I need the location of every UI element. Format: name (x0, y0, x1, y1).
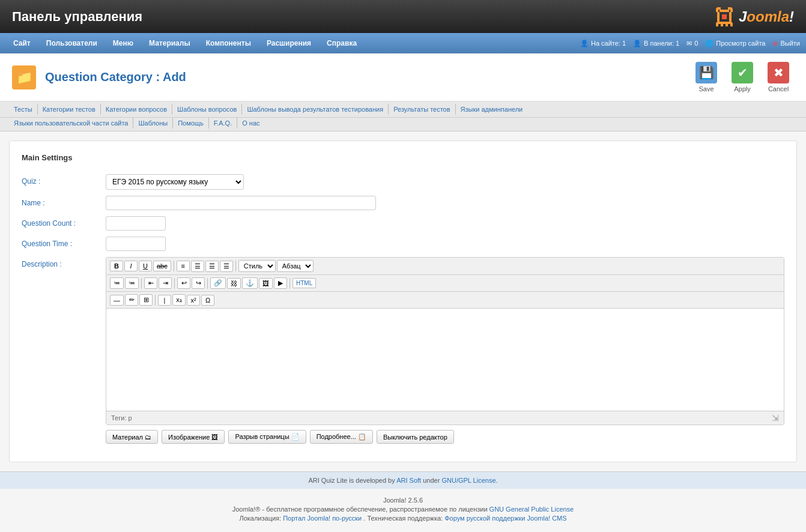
omega-button[interactable]: Ω (201, 295, 214, 306)
draw-button[interactable]: ✏ (125, 294, 138, 306)
undo-button[interactable]: ↩ (177, 277, 190, 289)
unlink-button[interactable]: ⛓ (227, 278, 241, 289)
editor-body[interactable] (106, 309, 784, 411)
subnav-help[interactable]: Помощь (173, 118, 209, 128)
quiz-row: Quiz : ЕГЭ 2015 по русскому языку (22, 174, 784, 190)
view-site-link[interactable]: 🌐 Просмотр сайта (705, 40, 765, 47)
page-icon: 📁 (12, 65, 36, 89)
media-button[interactable]: ▶ (274, 277, 287, 289)
subnav-result-templates[interactable]: Шаблоны вывода результатов тестирования (242, 104, 389, 115)
editor-toolbar-row1: B I U abc ≡ ☰ ☰ ☰ Стиль (106, 258, 784, 275)
disable-editor-button[interactable]: Выключить редактор (377, 430, 454, 444)
question-count-input[interactable] (106, 216, 166, 231)
subnav-test-results[interactable]: Результаты тестов (389, 104, 455, 115)
save-button[interactable]: 💾 Save (691, 59, 722, 95)
superscript-button[interactable]: x² (187, 295, 200, 306)
subnav-faq[interactable]: F.A.Q. (209, 118, 238, 128)
subnav-question-templates[interactable]: Шаблоны вопросов (172, 104, 242, 115)
portal-link[interactable]: Портал Joomla! по-русски (283, 515, 362, 522)
link-button[interactable]: 🔗 (210, 277, 226, 289)
indent-button[interactable]: ⇥ (159, 277, 172, 289)
question-count-field (106, 216, 784, 231)
plugin-under: under (423, 477, 440, 484)
subscript-button[interactable]: x₂ (172, 294, 186, 306)
image-button[interactable]: 🖼 (259, 278, 273, 289)
anchor-button[interactable]: ⚓ (242, 277, 258, 289)
align-center-button[interactable]: ☰ (191, 261, 204, 272)
image-action-button[interactable]: Изображение 🖼 (162, 430, 225, 444)
panel-count: 👤 В панели: 1 (633, 40, 679, 47)
bold-button[interactable]: B (110, 261, 123, 271)
subnav-row2: Языки пользовательской части сайта Шабло… (0, 118, 806, 131)
italic-button[interactable]: I (124, 261, 138, 271)
cancel-button[interactable]: ✖ Cancel (763, 59, 794, 95)
ul-button[interactable]: ≔ (110, 277, 124, 289)
joomla-license-line: Joomla!® - бесплатное программное обеспе… (6, 506, 800, 513)
subnav-user-languages[interactable]: Языки пользовательской части сайта (9, 118, 133, 128)
outdent-button[interactable]: ⇤ (144, 277, 157, 289)
sep3 (141, 278, 142, 289)
subnav-admin-languages[interactable]: Языки админпанели (456, 104, 528, 115)
description-row: Description : B I U abc ≡ ☰ ☰ ☰ (22, 257, 784, 444)
cancel-icon: ✖ (768, 62, 789, 83)
gpl-link[interactable]: GNU General Public License (489, 506, 574, 513)
messages-count: ✉ 0 (686, 40, 698, 47)
sep2 (235, 261, 236, 271)
html-button[interactable]: HTML (292, 278, 316, 288)
nav-menu[interactable]: Меню (106, 35, 141, 51)
editor-tags: Теги: p (111, 414, 132, 422)
align-justify-button[interactable]: ☰ (220, 261, 233, 272)
nav-links: Сайт Пользователи Меню Материалы Компоне… (6, 35, 364, 51)
header-title: Панель управления (12, 9, 142, 25)
plugin-author-link[interactable]: ARI Soft (396, 477, 421, 484)
hr-button[interactable]: — (110, 295, 124, 306)
resize-handle[interactable]: ⇲ (772, 413, 779, 423)
subnav-question-categories[interactable]: Категории вопросов (101, 104, 172, 115)
nav-materials[interactable]: Материалы (142, 35, 198, 51)
subnav-test-categories[interactable]: Категории тестов (38, 104, 101, 115)
nav-components[interactable]: Компоненты (199, 35, 258, 51)
material-button[interactable]: Материал 🗂 (106, 430, 158, 444)
nav-help[interactable]: Справка (320, 35, 364, 51)
style-select[interactable]: Стиль (238, 260, 276, 272)
editor-toolbar-row3: — ✏ ⊞ | x₂ x² Ω (106, 292, 784, 309)
nav-site[interactable]: Сайт (6, 35, 38, 51)
subnav-about[interactable]: О нас (237, 118, 264, 128)
page-break-button[interactable]: Разрыв страницы 📄 (228, 430, 306, 444)
view-site-icon: 🌐 (705, 40, 714, 47)
table-button[interactable]: ⊞ (139, 294, 153, 306)
save-icon: 💾 (695, 62, 717, 83)
footer-joomla: Joomla! 2.5.6 Joomla!® - бесплатное прог… (0, 489, 806, 530)
align-right-button[interactable]: ☰ (205, 261, 219, 272)
subnav-tests[interactable]: Тесты (9, 104, 38, 115)
pipe-button[interactable]: | (158, 295, 171, 306)
description-label: Description : (22, 257, 100, 268)
svg-rect-2 (720, 10, 729, 12)
nav-users[interactable]: Пользователи (39, 35, 105, 51)
logout-link[interactable]: ⊗ Выйти (772, 40, 800, 47)
nav-extensions[interactable]: Расширения (259, 35, 318, 51)
redo-button[interactable]: ↪ (192, 277, 205, 289)
plugin-developed-by: is developed by (349, 477, 395, 484)
editor-footer: Теги: p ⇲ (106, 411, 784, 425)
format-select[interactable]: Абзац (277, 260, 314, 272)
underline-button[interactable]: U (139, 261, 152, 271)
question-time-input[interactable] (106, 237, 166, 251)
joomla-logo-text: Joomla! (739, 8, 794, 25)
strikethrough-button[interactable]: abc (153, 261, 171, 271)
plugin-license-link[interactable]: GNU/GPL License (441, 477, 495, 484)
apply-button[interactable]: ✔ Apply (727, 59, 758, 95)
name-input[interactable] (106, 196, 376, 210)
ol-button[interactable]: ≔ (125, 277, 139, 289)
align-left-button[interactable]: ≡ (177, 261, 190, 271)
forum-link[interactable]: Форум русской поддержки Joomla! CMS (444, 515, 566, 522)
subnav-templates[interactable]: Шаблоны (133, 118, 173, 128)
editor-wrapper: B I U abc ≡ ☰ ☰ ☰ Стиль (106, 257, 784, 425)
name-field (106, 196, 784, 210)
svg-rect-3 (720, 22, 729, 24)
details-button[interactable]: Подробнее... 📋 (310, 430, 373, 444)
description-field: B I U abc ≡ ☰ ☰ ☰ Стиль (106, 257, 784, 444)
subnav: Тесты Категории тестов Категории вопросо… (0, 101, 806, 118)
quiz-select[interactable]: ЕГЭ 2015 по русскому языку (106, 174, 244, 190)
toolbar: 📁 Question Category : Add 💾 Save ✔ Apply… (0, 53, 806, 101)
